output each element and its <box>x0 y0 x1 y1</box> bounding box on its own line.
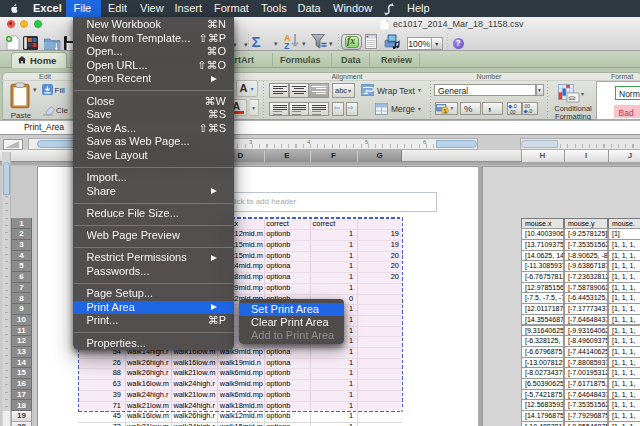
svg-text:Z: Z <box>284 41 290 49</box>
svg-text:≤≥: ≤≥ <box>569 94 577 101</box>
